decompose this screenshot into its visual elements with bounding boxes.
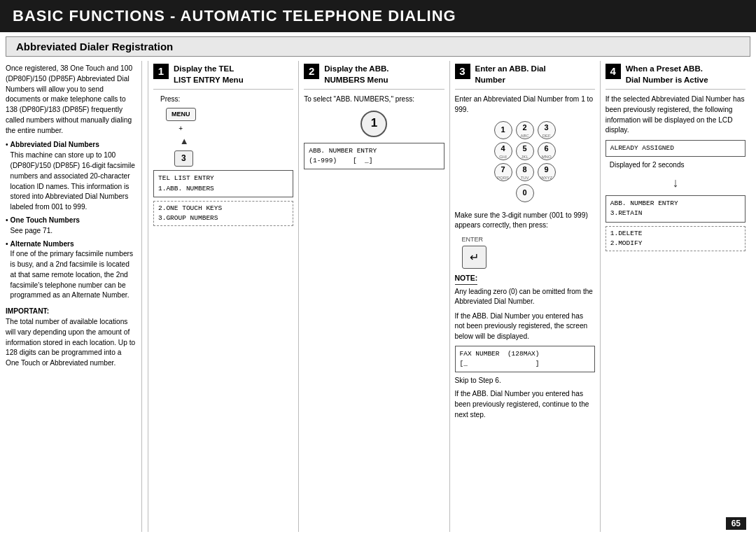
step-4-header: 4 When a Preset ABB. Dial Number is Acti…	[606, 64, 746, 90]
numpad-1[interactable]: 1	[494, 121, 512, 139]
step-3-title: Enter an ABB. Dial Number	[475, 64, 546, 85]
fax-lcd-row-1: FAX NUMBER (128MAX)	[460, 349, 590, 359]
step-2-col: 2 Display the ABB. NUMBERS Menu To selec…	[298, 61, 449, 532]
step4-dashed-row-2: 2.MODIFY	[610, 239, 741, 248]
lcd-row-2: 1.ABB. NUMBERS	[158, 184, 288, 194]
step-3-number: 3	[455, 64, 470, 79]
numpad-4[interactable]: 4 GHI	[494, 142, 512, 160]
note-section: NOTE: Any leading zero (0) can be omitte…	[455, 273, 595, 307]
section-header-text: Abbreviated Dialer Registration	[16, 41, 173, 52]
step-4-title: When a Preset ABB. Dial Number is Active	[626, 64, 708, 85]
enter-key[interactable]: ↵	[462, 246, 486, 269]
lcd-dashed-row-2: 3.GROUP NUMBERS	[158, 213, 288, 223]
menu-key[interactable]: MENU	[166, 108, 196, 121]
steps-area: 1 Display the TEL LIST ENTRY Menu Press:…	[148, 61, 750, 532]
numpad: 1 2 ABC 3 DEF 4 GHI	[455, 121, 595, 205]
step-4-number: 4	[606, 64, 621, 79]
key-3[interactable]: 3	[174, 150, 193, 167]
step-2-instruction: To select "ABB. NUMBERS," press:	[304, 94, 444, 105]
select-1-button[interactable]: 1	[360, 111, 387, 137]
note-title: NOTE:	[455, 273, 478, 284]
main-title-text: BASIC FUNCTIONS - AUTOMATIC TELEPHONE DI…	[13, 7, 456, 24]
displayed-label: Displayed for 2 seconds	[610, 160, 746, 171]
step-3-body3: If the ABB. Dial Number you entered has …	[455, 311, 595, 342]
step-3-body2: Make sure the 3-digit number (001 to 999…	[455, 211, 595, 232]
already-assigned-row: ALREADY ASSIGNED	[610, 143, 741, 153]
step-2-number: 2	[304, 64, 319, 79]
step-1-title: Display the TEL LIST ENTRY Menu	[174, 64, 244, 85]
enter-label: ENTER	[462, 235, 484, 244]
fax-number-lcd: FAX NUMBER (128MAX) [_ ]	[455, 346, 595, 373]
numpad-row-2: 4 GHI 5 JKL 6 MNO	[494, 142, 556, 160]
step4-dashed-row-1: 1.DELETE	[610, 229, 741, 239]
step-2-title: Display the ABB. NUMBERS Menu	[324, 64, 388, 85]
up-arrow-key[interactable]: ▲	[180, 135, 189, 148]
numpad-2[interactable]: 2 ABC	[516, 121, 534, 139]
intro-column: Once registered, 38 One Touch and 100 (D…	[6, 61, 142, 532]
numpad-5[interactable]: 5 JKL	[516, 142, 534, 160]
step-3-header: 3 Enter an ABB. Dial Number	[455, 64, 595, 90]
intro-body: Once registered, 38 One Touch and 100 (D…	[6, 64, 136, 136]
bullet2-body: See page 71.	[10, 227, 53, 234]
lcd-dashed-row-1: 2.ONE TOUCH KEYS	[158, 204, 288, 213]
bullet3-title: Alternate Numbers	[10, 240, 74, 248]
numpad-row-4: 0	[516, 184, 534, 202]
step-4-col: 4 When a Preset ABB. Dial Number is Acti…	[600, 61, 750, 532]
fax-lcd-row-2: [_ ]	[460, 359, 590, 369]
numpad-0[interactable]: 0	[516, 184, 534, 202]
bullet1-body: This machine can store up to 100 (DP80F)…	[10, 151, 135, 211]
step-1-number: 1	[153, 64, 169, 79]
step2-lcd-row-2: (1-999) [ _]	[309, 156, 439, 166]
section-header: Abbreviated Dialer Registration	[6, 36, 750, 57]
numpad-8[interactable]: 8 TUV	[516, 163, 534, 181]
step-4-body: If the selected Abbreviated Dial Number …	[606, 94, 746, 136]
step-4-lcd-dashed: 1.DELETE 2.MODIFY	[606, 226, 746, 252]
numpad-3[interactable]: 3 DEF	[538, 121, 556, 139]
numpad-6[interactable]: 6 MNO	[538, 142, 556, 160]
step-1-lcd-dashed: 2.ONE TOUCH KEYS 3.GROUP NUMBERS	[153, 201, 293, 227]
numpad-9[interactable]: 9 WXYZ	[538, 163, 556, 181]
step-1-instructions: Press: MENU + ▲ 3	[160, 94, 293, 167]
numpad-7[interactable]: 7 PQRS	[494, 163, 512, 181]
bullet2-title: One Touch Numbers	[10, 216, 80, 224]
step4-lcd-row-2: 3.RETAIN	[610, 209, 741, 218]
step-1-col: 1 Display the TEL LIST ENTRY Menu Press:…	[148, 61, 298, 532]
note-body: Any leading zero (0) can be omitted from…	[455, 288, 593, 306]
step4-lcd-row-1: ABB. NUMBER ENTRY	[610, 199, 741, 209]
step-2-header: 2 Display the ABB. NUMBERS Menu	[304, 64, 444, 90]
step-3-col: 3 Enter an ABB. Dial Number Enter an Abb…	[449, 61, 600, 532]
step-3-body4: If the ABB. Dial Number you entered has …	[455, 389, 595, 420]
step-3-body1: Enter an Abbreviated Dial Number from 1 …	[455, 94, 595, 115]
main-title-bar: BASIC FUNCTIONS - AUTOMATIC TELEPHONE DI…	[0, 0, 756, 32]
step-1-header: 1 Display the TEL LIST ENTRY Menu	[153, 64, 293, 90]
already-assigned-lcd: ALREADY ASSIGNED	[606, 140, 746, 157]
important-title: IMPORTANT:	[6, 307, 49, 315]
step-1-lcd-display: TEL LIST ENTRY 1.ABB. NUMBERS	[153, 170, 293, 197]
step2-lcd-row-1: ABB. NUMBER ENTRY	[309, 146, 439, 156]
important-body: The total number of available locations …	[6, 318, 135, 367]
numpad-row-3: 7 PQRS 8 TUV 9 WXYZ	[494, 163, 556, 181]
step-4-lcd-display: ABB. NUMBER ENTRY 3.RETAIN	[606, 195, 746, 223]
bullet1-title: Abbreviated Dial Numbers	[10, 141, 99, 148]
bullet3-body: If one of the primary facsimile numbers …	[10, 250, 134, 299]
enter-key-area: ENTER ↵	[462, 235, 595, 269]
down-arrow-icon: ↓	[606, 174, 746, 192]
lcd-row-1: TEL LIST ENTRY	[158, 174, 288, 183]
press-label: Press:	[160, 94, 180, 105]
step-2-lcd-display: ABB. NUMBER ENTRY (1-999) [ _]	[304, 143, 444, 170]
skip-text: Skip to Step 6.	[455, 376, 595, 386]
page-number: 65	[726, 517, 746, 530]
numpad-row-1: 1 2 ABC 3 DEF	[494, 121, 556, 139]
